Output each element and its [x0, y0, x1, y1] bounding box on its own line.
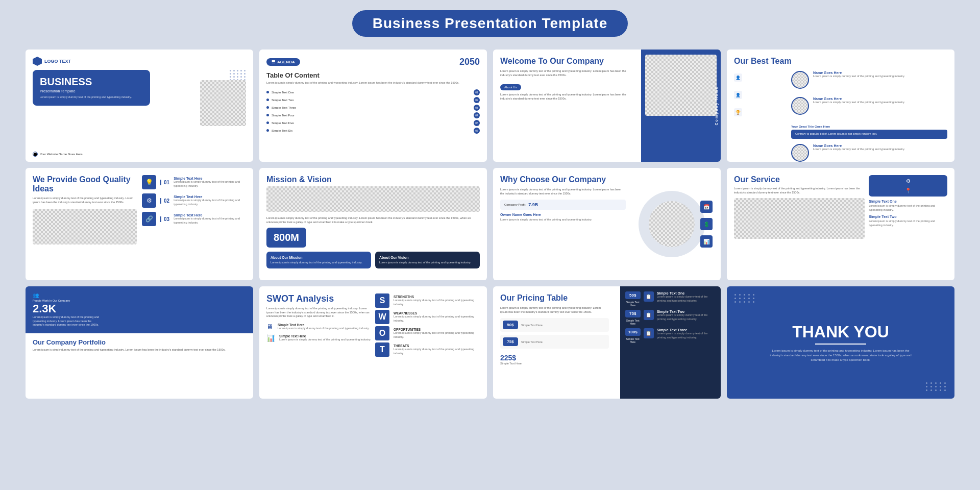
welcome-title: Welcome To Our Company [500, 57, 629, 66]
avatar-3 [791, 144, 809, 162]
business-title: BUSINESS [40, 76, 143, 87]
swot-desc: Lorem ipsum is simply dummy text of the … [266, 307, 371, 318]
quote-area: Your Great Title Goes Here Contrary to p… [791, 125, 947, 139]
pricing-right-2: 75$ Simple Text Here 📋 Simple Text Two L… [625, 310, 716, 325]
about-button: About Us [500, 84, 521, 90]
price-badge-2: 75$ [503, 337, 518, 346]
provide-title: We Provide Good Quality Ideas [33, 175, 137, 193]
toc-item: Simple Text One 01 [266, 89, 480, 95]
team-info-1: Name Goes Here Lorem ipsum is simply dum… [813, 71, 905, 79]
pricing-icon-2: 📋 [644, 310, 654, 320]
portfolio-desc: Lorem ipsum is simply dummy text of the … [33, 348, 246, 352]
globe-icon: ● [33, 152, 38, 157]
thankyou-line [815, 344, 866, 345]
profit-value: 7.9B [528, 202, 538, 207]
sidebar-icon-2: 📍 [905, 188, 911, 193]
website-text: Your Website Name Goes Here [40, 153, 83, 156]
thankyou-title: THANK YOU [792, 323, 889, 341]
chart-icon: 📊 [266, 334, 275, 342]
price-rows: 50$ Simple Text Here 75$ Simple Text Her… [500, 318, 609, 365]
portfolio-title: Our Company Portfolio [33, 338, 246, 346]
toc-desc: Lorem ipsum is simply dummy text of the … [266, 81, 480, 85]
service-num-3: 03 [160, 216, 169, 222]
toc-item: Simple Text Four 04 [266, 112, 480, 118]
provide-image [33, 209, 137, 244]
pricing-right-text-3: Simple Text Three Lorem ipsum is simply … [657, 328, 716, 339]
business-blue-box: BUSINESS Presentation Template Lorem ips… [33, 70, 150, 106]
chip-icon-3: 📊 [700, 235, 713, 248]
dots-top-left [734, 294, 755, 303]
slide-pricing: Our Pricing Table Lorem ipsum is simply … [493, 286, 721, 399]
business-desc: Lorem ipsum is simply dummy text of the … [40, 95, 143, 100]
swot-chart-row: 📊 Simple Text Here Lorem ipsum is simply… [266, 334, 371, 342]
service-image [734, 198, 865, 239]
mission-box: About Our Mission Lorem ipsum is simply … [266, 252, 371, 269]
pricing-desc: Lorem ipsum is simply dummy text of the … [500, 306, 609, 314]
list-icon: ☰ [272, 60, 275, 64]
team-info-2: Name Goes Here Lorem ipsum is simply dum… [813, 97, 905, 105]
pricing-right-1: 50$ Simple Text Here 📋 Simple Text One L… [625, 291, 716, 307]
portfolio-top: 👥 People Work In Our Company 2.3K Lorem … [26, 286, 253, 333]
service-text-2: Simple Text Here Lorem ipsum is simply d… [174, 195, 246, 206]
service-icon-2: ⚙ [142, 193, 156, 208]
swot-bar: S STRENGTHS Lorem ipsum is simply dummy … [375, 293, 480, 357]
toc-items: Simple Text One 01 Simple Text Two 02 Si… [266, 89, 480, 134]
business-subtitle: Presentation Template [40, 89, 143, 93]
right-price-3: 100$ [625, 328, 641, 336]
why-desc: Lorem ipsum is simply dummy text of the … [500, 187, 626, 196]
swot-w: W [375, 310, 389, 324]
quote-box: Contrary to popular belief, Lorem ipsum … [791, 130, 947, 139]
why-left: Why Choose Our Company Lorem ipsum is si… [500, 175, 626, 273]
thankyou-desc: Lorem ipsum is simply dummy text of the … [769, 349, 912, 362]
people-icon: 👥 [33, 292, 99, 298]
circle-image [649, 201, 695, 247]
price-row-2: 75$ Simple Text Here [500, 335, 609, 349]
swot-right: S STRENGTHS Lorem ipsum is simply dummy … [375, 293, 480, 391]
team-icon-list: 👤 👤 🏆 [734, 71, 786, 116]
big-circle: 📅 💲 📊 [639, 191, 705, 257]
slide-team: Our Best Team 👤 👤 🏆 Name Goes Here Lorem… [727, 50, 954, 162]
swot-row-o: O OPPORTUNITIES Lorem ipsum is simply du… [375, 326, 480, 340]
service-left: Our Service Lorem ipsum is simply dummy … [734, 175, 865, 273]
service-items: 💡 01 Simple Text Here Lorem ipsum is sim… [142, 175, 246, 226]
page-title: Business Presentation Template [373, 15, 608, 32]
slides-grid: LOGO TEXT BUSINESS Presentation Template… [26, 50, 954, 399]
toc-title: Table Of Content [266, 71, 480, 79]
toc-item: Simple Text Five 05 [266, 120, 480, 126]
swot-t: T [375, 342, 389, 357]
welcome-image [645, 55, 717, 116]
checkerboard-image [200, 80, 246, 126]
price-row-1: 50$ Simple Text Here [500, 318, 609, 332]
provide-right: 💡 01 Simple Text Here Lorem ipsum is sim… [142, 175, 246, 273]
page-title-container: Business Presentation Template [352, 10, 628, 37]
chip-icon-1: 📅 [700, 201, 713, 213]
price-label-1: Simple Text Here [521, 324, 543, 327]
profit-label: Company Profit [504, 203, 525, 206]
logo-area: LOGO TEXT [33, 57, 246, 66]
price-main-row: 225$ Simple Text Here [500, 354, 609, 365]
pricing-right-text-1: Simple Text One Lorem ipsum is simply du… [657, 291, 716, 303]
chip-icon-2: 💲 [700, 218, 713, 230]
swot-row-t: T THREATS Lorem ipsum is simply dummy te… [375, 342, 480, 357]
company-name-vertical: Company Name [715, 86, 718, 126]
swot-left: SWOT Analysis Lorem ipsum is simply dumm… [266, 293, 371, 391]
toc-item: Simple Text Two 02 [266, 97, 480, 103]
swot-icon-row: 🖥 Simple Text Here Lorem ipsum is simply… [266, 323, 371, 331]
team-info-3: Name Goes Here Lorem ipsum is simply dum… [813, 144, 905, 152]
swot-weaknesses: WEAKNESSES Lorem ipsum is simply dummy t… [394, 311, 480, 322]
slide-service: Our Service Lorem ipsum is simply dummy … [727, 168, 954, 280]
mv-boxes: About Our Mission Lorem ipsum is simply … [266, 252, 480, 269]
service-item-3: 🔗 03 Simple Text Here Lorem ipsum is sim… [142, 212, 246, 226]
right-sublabel-1: Simple Text Here [625, 301, 641, 307]
slide-mission: Mission & Vision Lorem ipsum is simply d… [259, 168, 487, 280]
stat-desc: Lorem ipsum is simply dummy text of the … [33, 315, 99, 327]
pricing-right-3: 100$ Simple Text Here 📋 Simple Text Thre… [625, 328, 716, 344]
dots-decoration [230, 70, 246, 81]
website-bar: ● Your Website Name Goes Here [33, 152, 83, 157]
pricing-title: Our Pricing Table [500, 293, 609, 303]
slide-portfolio: 👥 People Work In Our Company 2.3K Lorem … [26, 286, 253, 399]
service-title: Our Service [734, 175, 865, 184]
simple-text-1: Simple Text One Lorem ipsum is simply du… [869, 200, 947, 212]
slide-welcome: Welcome To Our Company Lorem ipsum is si… [493, 50, 721, 162]
great-title: Your Great Title Goes Here [791, 125, 947, 128]
